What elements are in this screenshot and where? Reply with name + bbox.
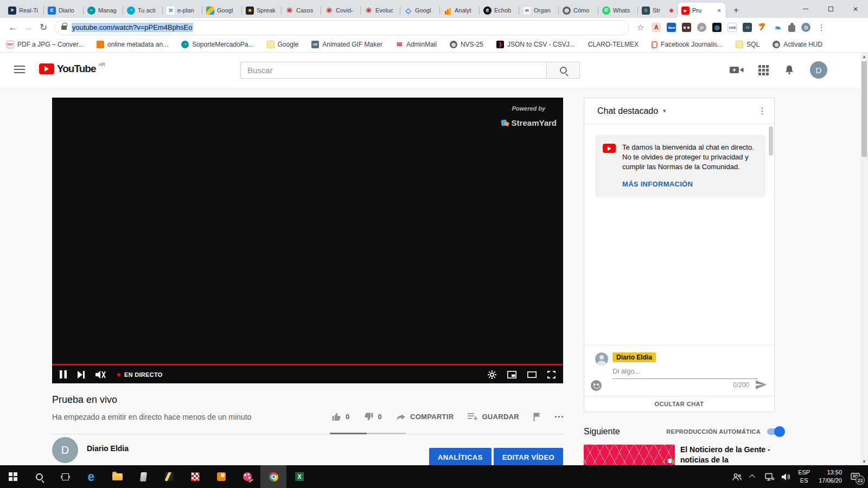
account-avatar[interactable]: D xyxy=(810,61,827,79)
dislike-button[interactable]: 0 xyxy=(363,412,382,422)
maximize-button[interactable] xyxy=(818,0,843,18)
crosshair-extension-icon[interactable]: ◎ xyxy=(712,23,722,32)
tab-tu-actividad[interactable]: Tu acti xyxy=(123,3,163,18)
settings-gear-icon[interactable] xyxy=(488,370,496,379)
tab-evolucion[interactable]: Evoluc xyxy=(361,3,400,18)
feather-extension-icon[interactable]: ❧ xyxy=(773,23,782,32)
tab-spreaker[interactable]: Spreak xyxy=(242,3,282,18)
volume-tray-icon[interactable] xyxy=(777,465,794,488)
youtube-logo[interactable]: YouTube AR xyxy=(39,63,105,74)
pause-button[interactable] xyxy=(60,370,67,378)
report-flag-icon[interactable] xyxy=(533,412,541,421)
file-explorer-button[interactable] xyxy=(104,465,130,488)
bookmark-soporte-mercadopago[interactable]: SoporteMercadoPa... xyxy=(181,41,253,48)
miniplayer-icon[interactable] xyxy=(507,371,516,378)
volume-muted-icon[interactable] xyxy=(95,370,106,379)
search-button[interactable] xyxy=(546,62,580,79)
bookmark-activate-hud[interactable]: Activate HUD xyxy=(773,41,822,48)
tab-organi[interactable]: Organ xyxy=(519,3,559,18)
share-button[interactable]: COMPARTIR xyxy=(396,412,454,421)
mask-extension-icon[interactable] xyxy=(682,23,691,32)
pdf-editor-button[interactable] xyxy=(182,465,208,488)
new-tab-button[interactable]: + xyxy=(729,3,744,18)
bookmark-star-icon[interactable]: ☆ xyxy=(637,23,644,33)
save-button[interactable]: GUARDAR xyxy=(468,413,519,421)
hide-chat-button[interactable]: OCULTAR CHAT xyxy=(584,396,774,412)
chrome-button-active[interactable] xyxy=(260,465,286,488)
tab-diario[interactable]: Diario xyxy=(44,3,84,18)
chat-scrollbar-thumb[interactable] xyxy=(769,126,773,156)
clock[interactable]: 13:50 17/06/20 xyxy=(819,468,842,485)
youtube-apps-icon[interactable] xyxy=(758,65,769,75)
tab-google-1[interactable]: Googl xyxy=(202,3,242,18)
chevron-down-icon[interactable]: ▾ xyxy=(663,107,666,114)
lock-icon[interactable] xyxy=(61,25,67,30)
create-video-icon[interactable] xyxy=(730,65,744,75)
tab-analytics[interactable]: Analyt xyxy=(440,3,480,18)
analytics-button[interactable]: ANALÍTICAS xyxy=(429,448,492,465)
tab-como[interactable]: Cómo xyxy=(559,3,598,18)
chat-title[interactable]: Chat destacado xyxy=(597,106,658,116)
forward-button[interactable]: → xyxy=(21,20,36,35)
bookmark-nvs25[interactable]: NVS-25 xyxy=(450,41,483,48)
next-button[interactable] xyxy=(78,371,85,378)
scroll-up-arrow-icon[interactable]: ▲ xyxy=(860,53,868,60)
url-text[interactable]: youtube.com/watch?v=pPEm4BphsEo xyxy=(72,23,193,32)
bookmark-online-metadata[interactable]: online metadata an... xyxy=(97,41,168,48)
chat-menu-icon[interactable]: ⋮ xyxy=(758,106,767,116)
tab-e-planning[interactable]: e-plan xyxy=(163,3,202,18)
office-app-button[interactable] xyxy=(208,465,234,488)
app-button-keys[interactable] xyxy=(156,465,182,488)
edge-button[interactable]: e xyxy=(78,465,104,488)
notifications-bell-icon[interactable] xyxy=(783,64,795,76)
scroll-down-arrow-icon[interactable]: ▼ xyxy=(860,458,868,465)
bookmark-gif-maker[interactable]: GIFAnimated GIF Maker xyxy=(311,41,382,48)
hamburger-menu-icon[interactable] xyxy=(14,66,25,73)
tab-manage[interactable]: Manag xyxy=(84,3,123,18)
paint-app-button[interactable] xyxy=(234,465,260,488)
chat-message-input[interactable] xyxy=(612,366,758,379)
tab-youtube-active[interactable]: Pru✕ xyxy=(678,3,725,18)
ct-extension-icon[interactable]: ct xyxy=(743,23,752,32)
excel-button[interactable]: X xyxy=(286,465,312,488)
tab-real-time[interactable]: Real-Ti xyxy=(4,3,44,18)
tab-google-2[interactable]: Googl xyxy=(400,3,440,18)
next-video-item[interactable]: El Noticiero de la Gente - noticias de l… xyxy=(584,445,777,465)
search-input[interactable] xyxy=(240,62,546,79)
adobe-pdf-extension-icon[interactable]: A xyxy=(652,23,661,32)
video-player[interactable]: Powered by StreamYard EN DIRECTO xyxy=(52,98,563,383)
js-toggle-extension-icon[interactable]: js xyxy=(697,23,706,32)
tab-streamyard[interactable]: Str xyxy=(638,3,678,18)
browser-menu-icon[interactable]: ⋮ xyxy=(817,23,825,33)
start-button[interactable] xyxy=(0,465,26,488)
tab-whatsapp[interactable]: Whats xyxy=(598,3,638,18)
tray-overflow-chevron-icon[interactable] xyxy=(745,465,761,488)
send-message-icon[interactable] xyxy=(756,380,767,391)
hammer-extension-icon[interactable] xyxy=(758,23,767,32)
taskbar-search-button[interactable] xyxy=(26,465,52,488)
bookmark-facebook-journalism[interactable]: Facebook Journalis... xyxy=(652,41,723,48)
bookmark-adminmail[interactable]: ✉AdminMail xyxy=(395,41,437,48)
phone-app-button[interactable] xyxy=(130,465,156,488)
channel-name[interactable]: Diario Eldia xyxy=(87,444,129,453)
bookmark-google[interactable]: Google xyxy=(267,41,299,48)
scrollbar-thumb[interactable] xyxy=(861,61,867,157)
next-video-thumbnail[interactable] xyxy=(584,445,675,465)
tab-close-icon[interactable]: ✕ xyxy=(717,8,722,14)
tab-covid[interactable]: Covid- xyxy=(321,3,361,18)
emoji-icon[interactable] xyxy=(591,380,602,391)
more-actions-icon[interactable] xyxy=(555,416,563,418)
bookmark-pdf-a-jpg[interactable]: PDFPDF a JPG – Conver... xyxy=(7,41,84,48)
puzzle-extensions-icon[interactable] xyxy=(788,25,795,32)
autoplay-toggle[interactable] xyxy=(767,428,783,435)
fullscreen-icon[interactable] xyxy=(547,371,556,378)
close-button[interactable]: ✕ xyxy=(843,0,868,18)
more-info-link[interactable]: MÁS INFORMACIÓN xyxy=(622,180,759,188)
theater-mode-icon[interactable] xyxy=(527,371,537,378)
people-tray-icon[interactable] xyxy=(729,465,745,488)
back-button[interactable]: ← xyxy=(5,20,21,35)
new-badge-extension-icon[interactable]: New xyxy=(667,23,676,32)
address-bar[interactable]: youtube.com/watch?v=pPEm4BphsEo xyxy=(54,20,629,35)
like-button[interactable]: 0 xyxy=(331,412,350,422)
task-view-button[interactable] xyxy=(52,465,78,488)
